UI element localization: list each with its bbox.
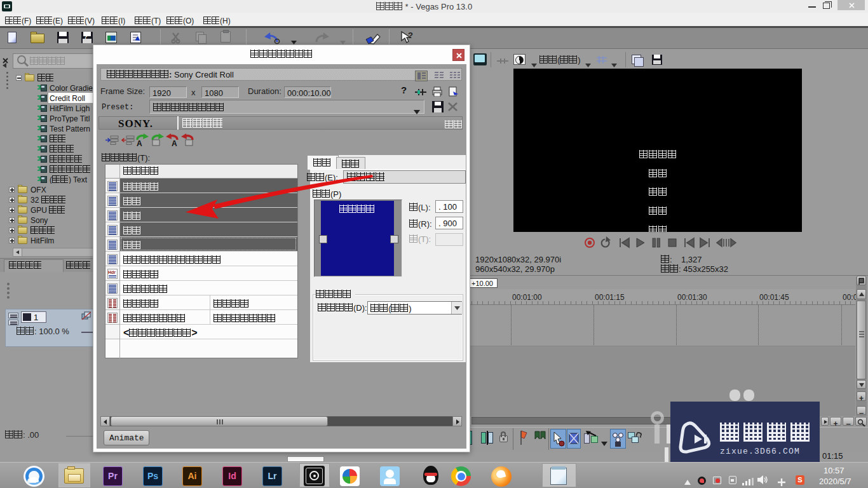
svg-text:Hdr: Hdr <box>108 270 116 274</box>
svg-text:?: ? <box>408 30 413 40</box>
svg-text:A: A <box>172 139 177 147</box>
svg-text:A: A <box>137 139 142 147</box>
